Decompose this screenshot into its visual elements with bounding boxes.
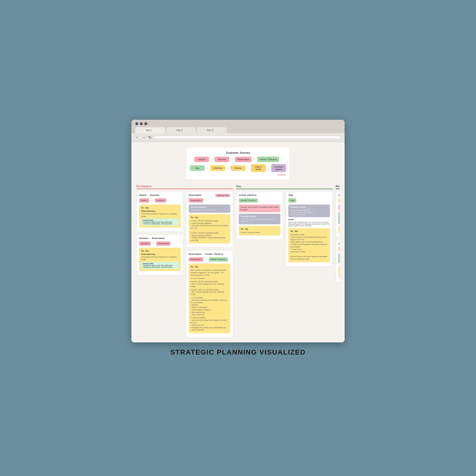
consent-search: Consent YES If someone signs up for the … [141, 218, 179, 226]
card-reservation: Reservation Challenge: B2B Reservation A… [186, 191, 233, 248]
todo-res-arr-intro: After making a reservation a 2 step auto… [191, 269, 228, 276]
canvas-area: Pre Check-in Search → Decision Search → … [136, 185, 340, 337]
todo-decision-reservation: To - Do Email Marketing In this phase th… [139, 248, 181, 271]
journey-title: Customer Journey [190, 151, 286, 154]
arrow-8: ← [267, 167, 270, 169]
challenge-badge: Challenge: B2B [215, 194, 230, 197]
todo-res-arr-title: To - Do [191, 266, 228, 268]
tab-3-label: Tab 3 [207, 129, 213, 132]
tab-1-label: Tab 1 [145, 129, 152, 132]
node-arr-checkin: Arrival / Check-in [209, 257, 228, 262]
node-reservation-2: Reservation [156, 241, 171, 246]
card-checkout: Checkout Checkout 24 hours. Too many que… [336, 191, 340, 237]
mini-flow-res-arr: Reservation → Arrival / Check-in [189, 257, 230, 262]
browser-chrome: Tab 1 Tab 2 Tab 3 [131, 120, 345, 133]
refresh-button[interactable]: ↻ [148, 135, 151, 140]
col-arrival-checkin: Arrival, Check-in Arrival / Check-in 72 … [236, 191, 283, 267]
dot-1 [135, 122, 138, 125]
back-button[interactable]: ← [135, 135, 139, 140]
todo-dr-text: In this phase the focus should be on col… [141, 256, 179, 261]
todo-stay-title: To - Do [290, 230, 328, 233]
node-decision: Decision [155, 198, 166, 203]
todo-dr-title: To - Do [141, 250, 179, 252]
activate-stay: Already Activate • Platform communicatio… [288, 205, 330, 217]
todo-stay-text: Automated emails: • Send a mail to remin… [290, 234, 328, 260]
todo-consent-no: Consent: NO (for marketing emails) • Don… [191, 280, 228, 288]
todo-second-emailing: 2. Second emailing • We need a bit of in… [191, 317, 228, 331]
activate-res-text: • Confirmation email: We get info [191, 209, 228, 211]
col-search-decision: Search → Decision Search → Decision To -… [136, 191, 183, 337]
tab-3[interactable]: Tab 3 [197, 127, 227, 133]
node-search: Search [139, 198, 149, 203]
arrow-5: ← [206, 167, 209, 169]
consent-yes-dr: Consent YES [143, 263, 153, 265]
mini-flow-1: Search → Decision [139, 198, 181, 203]
arrival-checkin-title: Arrival, Check-in [239, 194, 280, 196]
consent-title: Consent YES [143, 219, 153, 221]
journey-node-stay-touch: Stay in touch [251, 164, 266, 172]
stay-emails-label: Emails [288, 219, 330, 220]
tab-2[interactable]: Tab 2 [166, 127, 196, 133]
todo-checkout: To - Do [338, 226, 340, 233]
pre-checkin-columns: Search → Decision Search → Decision To -… [136, 191, 233, 337]
res-arrival-title: Reservation → Arrival / Check-in [189, 253, 230, 255]
url-bar[interactable] [154, 136, 341, 139]
node-arrival-checkin: Arrival / Check-in [239, 198, 258, 203]
node-res-flow: Reservation [189, 198, 203, 203]
col-stay: Stay Stay Already Activate • Platform co… [286, 191, 333, 267]
col-reservation: Reservation Challenge: B2B Reservation A… [186, 191, 233, 337]
phase-post-stay: Post stay Checkout Checkout 24 hours. To… [336, 185, 340, 337]
customer-journey-section: Customer Journey Search → Decision → Res… [136, 147, 340, 180]
todo-search-decision-title: To - Do [141, 207, 179, 209]
sticky-arrival: 72 hours, not 24 hours. It's email to ch… [239, 205, 280, 212]
arrow-6: ← [227, 167, 229, 169]
mini-flow-res: Reservation [189, 198, 230, 203]
browser-window: Tab 1 Tab 2 Tab 3 ← → ↻ Customer Journ [131, 120, 345, 342]
tab-2-label: Tab 2 [176, 129, 183, 132]
journey-node-decision: Decision [214, 157, 229, 162]
todo-consent-yes: Consent: YES (for marketing emails) • Do… [191, 289, 228, 296]
browser-dots [135, 122, 341, 125]
res-header: Reservation Challenge: B2B [189, 194, 230, 198]
node-res-arr: Reservation [189, 257, 203, 262]
phase-stay: Stay Arrival, Check-in Arrival / Check-i… [236, 185, 333, 337]
todo-res-arr-ui: UI test 2 Versions: [191, 277, 228, 280]
card-search-decision-title: Search → Decision [139, 194, 181, 196]
dot-2 [140, 122, 143, 125]
todo-stay: To - Do Automated emails: • Send a mail … [288, 228, 330, 262]
journey-node-review: Review [231, 165, 245, 171]
arrow-res-arr: → [205, 258, 207, 261]
journey-node-reservation: Reservation [235, 157, 252, 162]
node-checkout: Checkout [338, 198, 340, 203]
arrow-3: → [253, 158, 256, 161]
node-checkout-2: Checkout [338, 247, 340, 251]
card-checkout-review: Checkout → Review Checkout → Review Alre… [336, 240, 340, 282]
browser-content: Customer Journey Search → Decision → Res… [131, 142, 345, 342]
res-title: Reservation [189, 194, 202, 196]
forward-button[interactable]: → [142, 135, 146, 140]
todo-res-arr: To - Do After making a reservation a 2 s… [189, 264, 230, 333]
activate-arrival: Already Activate • Checkin Survey: 24 ho… [239, 214, 280, 224]
activate-checkout-review: Already Activate 2 step flow: A two step… [338, 253, 340, 264]
stay-emails-text: When stay is almost over, so a few hours… [288, 221, 330, 227]
arrow-1: → [210, 158, 213, 161]
stay-columns: Arrival, Check-in Arrival / Check-in 72 … [236, 191, 333, 267]
todo-search-decision: To - Do Email Marketing In this phase th… [139, 205, 181, 228]
mini-flow-2: Decision → Reservation [139, 241, 181, 246]
card-search-decision: Search → Decision Search → Decision To -… [136, 191, 183, 232]
todo-dr-subtitle: Email Marketing [141, 253, 179, 255]
activate-arrival-text: • Checkin Survey: 24 hours after arrival… [241, 218, 278, 223]
phase-pre-checkin: Pre Check-in Search → Decision Search → … [136, 185, 233, 337]
todo-arrival-title: To - Do [241, 228, 278, 230]
no-review-label: No Review [190, 174, 286, 176]
card-res-arrival: Reservation → Arrival / Check-in Reserva… [186, 250, 233, 337]
todo-cr: To - Do • Survey• Review [338, 265, 340, 277]
page-wrapper: Tab 1 Tab 2 Tab 3 ← → ↻ Customer Journ [126, 110, 350, 366]
journey-node-search: Search [194, 157, 209, 162]
checkout-title: Checkout [338, 194, 340, 196]
mini-flow-checkout: Checkout [338, 198, 340, 203]
tab-1[interactable]: Tab 1 [135, 127, 165, 133]
activate-stay-title: Already Activate [290, 206, 328, 208]
activate-stay-text: • Platform communication• Guest relation… [290, 209, 328, 216]
checkout-review-title: Checkout → Review [338, 242, 340, 245]
